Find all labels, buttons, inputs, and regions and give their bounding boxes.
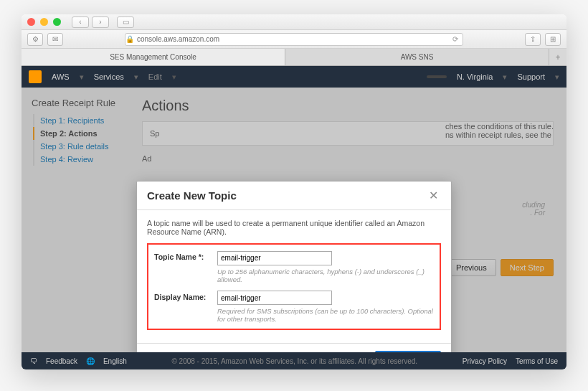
region-menu[interactable]: N. Virginia — [457, 72, 493, 81]
tabs-icon[interactable]: ⊞ — [545, 33, 561, 46]
topic-name-label: Topic Name *: — [154, 250, 217, 261]
display-name-hint: Required for SMS subscriptions (can be u… — [217, 307, 434, 323]
share-icon[interactable]: ⇪ — [525, 33, 541, 46]
globe-icon: 🌐 — [86, 357, 95, 365]
feedback-link[interactable]: Feedback — [46, 357, 77, 365]
modal-cancel-button[interactable]: Cancel — [332, 351, 369, 352]
highlighted-fields: Topic Name *: Up to 256 alphanumeric cha… — [147, 243, 441, 330]
display-name-label: Display Name: — [154, 291, 217, 301]
copyright-text: © 2008 - 2015, Amazon Web Services, Inc.… — [136, 357, 454, 365]
refresh-icon[interactable]: ⟳ — [452, 35, 458, 43]
display-name-input[interactable] — [217, 291, 332, 305]
maximize-window-icon[interactable] — [53, 18, 61, 26]
address-bar: ⚙ ✉ 🔒 console.aws.amazon.com ⟳ ⇪ ⊞ — [22, 30, 566, 49]
tab-ses[interactable]: SES Management Console — [22, 49, 285, 65]
privacy-link[interactable]: Privacy Policy — [463, 357, 507, 365]
close-window-icon[interactable] — [27, 18, 35, 26]
url-text: console.aws.amazon.com — [137, 35, 219, 43]
language-link[interactable]: English — [103, 357, 127, 365]
aws-brand[interactable]: AWS — [52, 72, 70, 81]
topic-name-hint: Up to 256 alphanumeric characters, hyphe… — [217, 268, 434, 283]
support-menu[interactable]: Support — [517, 72, 545, 81]
feedback-icon: 🗨 — [30, 357, 37, 365]
tab-sns[interactable]: AWS SNS — [285, 49, 549, 65]
modal-description: A topic name will be used to create a pe… — [147, 219, 441, 236]
url-field[interactable]: 🔒 console.aws.amazon.com ⟳ — [125, 33, 463, 46]
services-menu[interactable]: Services — [94, 72, 124, 81]
create-topic-modal: Create New Topic ✕ A topic name will be … — [136, 181, 452, 352]
aws-logo-icon[interactable] — [29, 70, 42, 83]
aws-footer: 🗨 Feedback 🌐 English © 2008 - 2015, Amaz… — [22, 352, 566, 369]
window-titlebar: ‹ › ▭ — [22, 14, 566, 30]
back-button[interactable]: ‹ — [72, 17, 89, 28]
browser-tabs: SES Management Console AWS SNS + — [22, 49, 566, 66]
minimize-window-icon[interactable] — [40, 18, 48, 26]
content-area: Create Receipt Rule Step 1: Recipients S… — [22, 88, 566, 352]
close-icon[interactable]: ✕ — [426, 189, 441, 202]
partial-text-1: ches the conditions of this rule. ns wit… — [445, 122, 554, 139]
lock-icon: 🔒 — [125, 35, 134, 43]
partial-text-2: cluding . For — [522, 201, 545, 217]
account-menu[interactable] — [427, 75, 447, 78]
create-topic-button[interactable]: Create Topic — [375, 351, 441, 352]
extension-icon[interactable]: ⚙ — [27, 33, 43, 46]
browser-window: ‹ › ▭ ⚙ ✉ 🔒 console.aws.amazon.com ⟳ ⇪ ⊞… — [22, 14, 566, 369]
edit-menu[interactable]: Edit — [148, 72, 162, 81]
forward-button[interactable]: › — [92, 17, 109, 28]
bookmark-icon[interactable]: ✉ — [47, 33, 63, 46]
new-tab-button[interactable]: + — [549, 49, 566, 65]
topic-name-input[interactable] — [217, 251, 332, 265]
modal-title: Create New Topic — [147, 189, 426, 202]
terms-link[interactable]: Terms of Use — [516, 357, 558, 365]
sidebar-toggle-icon[interactable]: ▭ — [117, 17, 134, 28]
aws-header: AWS ▾ Services ▾ Edit ▾ N. Virginia ▾ Su… — [22, 66, 566, 88]
